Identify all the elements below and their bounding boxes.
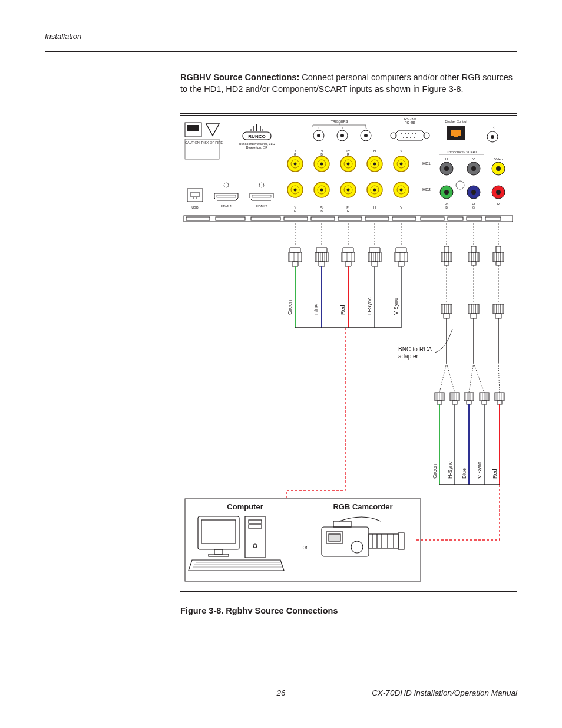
- svg-rect-292: [201, 520, 236, 543]
- svg-rect-297: [249, 525, 262, 528]
- right-cable-bundle: [435, 223, 504, 485]
- svg-point-108: [444, 166, 449, 171]
- svg-point-48: [414, 137, 415, 138]
- svg-rect-296: [249, 520, 262, 523]
- svg-text:HD2: HD2: [422, 187, 431, 192]
- figure-caption: Figure 3-8. Rgbhv Source Connections: [180, 606, 517, 615]
- svg-point-44: [415, 133, 416, 134]
- svg-rect-210: [471, 262, 476, 265]
- svg-rect-272: [482, 401, 487, 404]
- svg-rect-203: [471, 246, 476, 252]
- svg-point-306: [351, 541, 363, 553]
- svg-text:Display Control: Display Control: [445, 120, 467, 123]
- svg-text:Red: Red: [340, 305, 346, 315]
- svg-point-131: [224, 183, 229, 187]
- svg-point-78: [400, 163, 403, 166]
- svg-text:Beaverton, OR: Beaverton, OR: [246, 146, 267, 149]
- svg-point-102: [400, 189, 403, 192]
- svg-text:Green: Green: [287, 300, 293, 315]
- svg-text:Blue: Blue: [461, 468, 467, 479]
- left-cable-bundle: [289, 223, 408, 328]
- svg-rect-127: [191, 192, 199, 197]
- svg-text:RUNCO: RUNCO: [248, 134, 265, 139]
- figure-frame: CAUTION: RISK OF FIRE RUNCO Runco Intern…: [180, 113, 517, 592]
- svg-point-132: [259, 183, 264, 187]
- svg-text:B: B: [320, 209, 323, 213]
- svg-text:H: H: [373, 149, 376, 153]
- svg-rect-133: [217, 195, 236, 197]
- svg-rect-245: [437, 401, 442, 404]
- svg-rect-8: [392, 217, 416, 220]
- svg-point-98: [373, 189, 376, 192]
- svg-rect-134: [252, 195, 271, 197]
- svg-line-256: [469, 363, 474, 393]
- svg-line-247: [447, 363, 455, 393]
- svg-point-28: [317, 134, 320, 137]
- rule: [45, 51, 517, 52]
- hd1-row: HD1 YGPbBPrRHV: [287, 149, 431, 172]
- camcorder-label: RGB Camcorder: [333, 502, 392, 511]
- svg-point-47: [410, 137, 411, 138]
- svg-rect-5: [311, 217, 335, 220]
- svg-point-30: [340, 134, 344, 137]
- svg-text:HDMI 2: HDMI 2: [256, 205, 267, 208]
- warning-text: CAUTION: RISK OF FIRE: [185, 141, 223, 144]
- rear-panel: CAUTION: RISK OF FIRE RUNCO Runco Intern…: [184, 117, 513, 222]
- svg-point-59: [294, 163, 297, 166]
- svg-point-111: [456, 181, 464, 189]
- svg-point-55: [491, 135, 494, 139]
- svg-rect-11: [467, 217, 482, 220]
- hd2-row: HD2 YGPbBPrRHV: [287, 182, 431, 213]
- svg-point-41: [405, 133, 406, 134]
- svg-point-93: [347, 189, 350, 192]
- trigger-jacks: 1 2 3: [313, 126, 371, 141]
- svg-rect-14: [187, 125, 199, 131]
- svg-rect-281: [497, 401, 502, 404]
- svg-text:V-Sync: V-Sync: [393, 298, 399, 315]
- svg-rect-6: [338, 217, 362, 220]
- svg-rect-192: [444, 262, 449, 265]
- svg-rect-3: [251, 217, 280, 220]
- svg-rect-10: [448, 217, 463, 220]
- svg-point-113: [444, 190, 449, 195]
- svg-text:V-Sync: V-Sync: [477, 462, 482, 479]
- svg-rect-228: [496, 262, 501, 265]
- svg-rect-254: [452, 401, 457, 404]
- svg-point-298: [253, 544, 257, 548]
- scart-rca: [440, 162, 480, 199]
- svg-text:H-Sync: H-Sync: [366, 297, 372, 315]
- camcorder-icon: [322, 517, 404, 556]
- svg-point-32: [364, 134, 368, 137]
- svg-text:Green: Green: [432, 464, 438, 479]
- svg-text:G: G: [294, 209, 296, 213]
- svg-text:H: H: [445, 157, 448, 161]
- svg-point-45: [403, 137, 404, 138]
- svg-text:Red: Red: [492, 469, 498, 479]
- svg-rect-7: [365, 217, 389, 220]
- svg-rect-1: [186, 217, 210, 220]
- svg-text:V: V: [400, 149, 402, 153]
- svg-point-40: [401, 133, 402, 134]
- svg-rect-290: [185, 499, 421, 581]
- svg-rect-236: [495, 314, 501, 318]
- svg-rect-291: [198, 516, 239, 549]
- svg-point-69: [347, 163, 350, 166]
- svg-rect-305: [333, 521, 351, 527]
- svg-text:Video: Video: [494, 157, 503, 161]
- svg-rect-221: [496, 246, 501, 252]
- svg-text:V: V: [400, 206, 402, 209]
- svg-marker-15: [206, 124, 219, 136]
- svg-point-74: [373, 163, 376, 166]
- svg-line-274: [498, 363, 500, 393]
- page-footer: 26 CX-70DHD Installation/Operation Manua…: [45, 689, 517, 697]
- lead-label: RGBHV Source Connections:: [180, 73, 299, 82]
- svg-text:R: R: [347, 153, 349, 156]
- bnc-note: BNC-to-RCA: [398, 346, 432, 353]
- svg-point-83: [294, 189, 297, 192]
- svg-rect-126: [187, 189, 203, 202]
- svg-point-110: [471, 166, 476, 171]
- svg-text:G: G: [294, 153, 296, 156]
- svg-text:B: B: [445, 206, 448, 209]
- svg-rect-304: [329, 534, 340, 541]
- svg-text:3: 3: [365, 126, 366, 130]
